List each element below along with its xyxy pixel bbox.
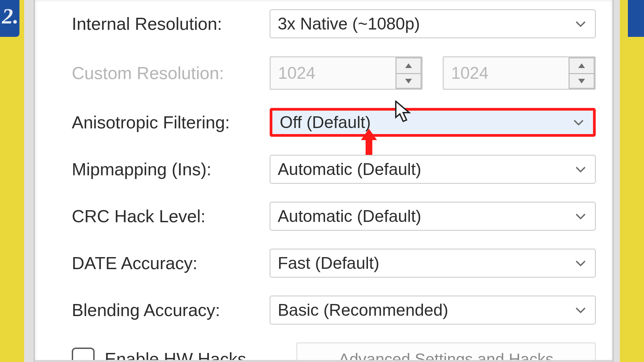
custom-height-spinbox: 1024 — [443, 56, 596, 90]
hw-hacks-label: Enable HW Hacks — [105, 349, 246, 362]
date-accuracy-row: DATE Accuracy: Fast (Default) — [72, 249, 596, 278]
hardware-settings-panel: Internal Resolution: 3x Native (~1080p) … — [34, 0, 614, 362]
annotation-arrow-icon — [359, 129, 379, 157]
chevron-down-icon — [575, 14, 586, 34]
mipmapping-value: Automatic (Default) — [278, 160, 421, 179]
hw-hacks-checkbox[interactable] — [72, 348, 95, 362]
blending-label: Blending Accuracy: — [72, 300, 270, 320]
chevron-down-icon — [575, 300, 586, 320]
step-badge: 2. — [0, 3, 19, 29]
spin-down-icon — [395, 73, 422, 89]
internal-resolution-value: 3x Native (~1080p) — [278, 14, 420, 34]
blending-value: Basic (Recommended) — [278, 300, 448, 320]
chevron-down-icon — [575, 253, 586, 273]
crc-hack-label: CRC Hack Level: — [72, 206, 270, 226]
crc-hack-value: Automatic (Default) — [278, 206, 421, 226]
chevron-down-icon — [573, 113, 584, 132]
anisotropic-label: Anisotropic Filtering: — [72, 112, 270, 132]
window-frame-left: 2. — [0, 0, 24, 362]
svg-marker-3 — [578, 79, 585, 83]
svg-marker-4 — [361, 129, 377, 155]
custom-resolution-row: Custom Resolution: 1024 1024 — [72, 56, 596, 90]
custom-resolution-pair: 1024 1024 — [270, 56, 596, 90]
anisotropic-row: Anisotropic Filtering: Off (Default) — [72, 108, 596, 137]
svg-marker-1 — [405, 79, 412, 83]
hw-hacks-row: Enable HW Hacks Advanced Settings and Ha… — [72, 343, 596, 362]
blending-dropdown[interactable]: Basic (Recommended) — [270, 296, 596, 324]
spin-up-icon — [395, 57, 422, 73]
chevron-down-icon — [575, 206, 586, 226]
anisotropic-dropdown[interactable]: Off (Default) — [270, 108, 596, 137]
mipmapping-dropdown[interactable]: Automatic (Default) — [270, 155, 596, 184]
mipmapping-row: Mipmapping (Ins): Automatic (Default) — [72, 155, 596, 184]
svg-marker-0 — [405, 63, 412, 68]
date-accuracy-value: Fast (Default) — [278, 253, 379, 273]
custom-resolution-label: Custom Resolution: — [72, 63, 270, 83]
svg-marker-5 — [396, 101, 409, 121]
date-accuracy-label: DATE Accuracy: — [72, 253, 270, 273]
custom-width-spinbox: 1024 — [270, 56, 423, 90]
spin-down-icon — [569, 73, 595, 89]
anisotropic-value: Off (Default) — [280, 113, 371, 132]
window-frame-right — [620, 0, 644, 362]
crc-hack-dropdown[interactable]: Automatic (Default) — [270, 202, 596, 231]
custom-height-value: 1024 — [444, 63, 488, 83]
internal-resolution-dropdown[interactable]: 3x Native (~1080p) — [270, 9, 596, 38]
blending-row: Blending Accuracy: Basic (Recommended) — [72, 296, 596, 324]
advanced-settings-button: Advanced Settings and Hacks — [297, 343, 596, 362]
chevron-down-icon — [575, 160, 586, 179]
custom-width-value: 1024 — [271, 63, 315, 83]
mipmapping-label: Mipmapping (Ins): — [72, 159, 270, 179]
spin-up-icon — [569, 57, 595, 73]
internal-resolution-row: Internal Resolution: 3x Native (~1080p) — [72, 9, 596, 38]
date-accuracy-dropdown[interactable]: Fast (Default) — [270, 249, 596, 278]
svg-marker-2 — [578, 63, 585, 68]
internal-resolution-label: Internal Resolution: — [72, 14, 270, 34]
crc-hack-row: CRC Hack Level: Automatic (Default) — [72, 202, 596, 231]
cursor-icon — [395, 101, 413, 125]
